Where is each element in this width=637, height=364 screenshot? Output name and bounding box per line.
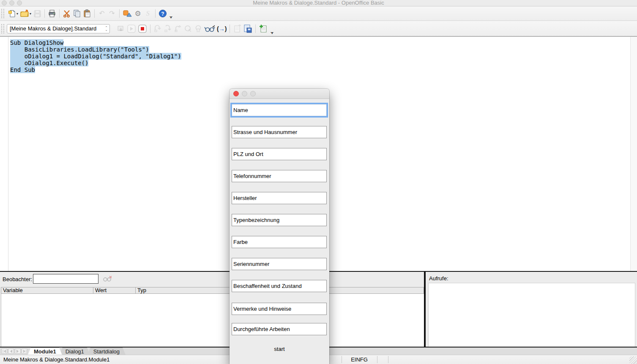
status-separator (342, 356, 342, 363)
macro-dialog-window: start (230, 89, 329, 364)
field-strasse[interactable] (232, 126, 327, 138)
library-selector[interactable]: [Meine Makros & Dialoge].Standard ⌃⌄ (7, 24, 110, 33)
toolbar-overflow-icon[interactable]: ▾ (170, 16, 172, 19)
code-line: Sub Dialog1Show (10, 39, 629, 46)
toolbar-separator (94, 9, 95, 18)
zoom-window-button[interactable] (17, 0, 22, 5)
field-farbe[interactable] (232, 236, 327, 248)
paste-icon[interactable] (82, 8, 92, 19)
undo-icon[interactable]: ↶ (97, 8, 107, 19)
call-stack-panel: Aufrufe: (426, 272, 637, 347)
print-icon[interactable] (47, 8, 57, 19)
code-line: BasicLibraries.LoadLibrary("Tools") (10, 46, 629, 53)
toolbar-separator (59, 9, 60, 18)
enable-watch-icon[interactable] (203, 23, 216, 34)
basic-ide-window: Meine Makros & Dialoge.Standard - OpenOf… (0, 0, 637, 364)
dialog-minimize-button[interactable] (242, 91, 247, 96)
first-tab-button[interactable] (1, 348, 7, 354)
field-typenbezeichnung[interactable] (232, 214, 327, 226)
toolbar-separator (150, 25, 150, 33)
field-telefonnummer[interactable] (232, 170, 327, 182)
field-hersteller[interactable] (232, 192, 327, 204)
remove-watch-icon[interactable] (102, 274, 112, 283)
titlebar: Meine Makros & Dialoge.Standard - OpenOf… (0, 0, 637, 6)
stop-icon[interactable] (137, 23, 148, 34)
next-tab-button[interactable] (15, 348, 21, 354)
field-beschaffenheit[interactable] (232, 280, 327, 292)
manage-breakpoints-icon[interactable] (193, 23, 203, 34)
open-dropdown-icon[interactable]: ▾ (30, 12, 31, 16)
save-icon[interactable] (32, 8, 42, 19)
library-selector-value: [Meine Makros & Dialoge].Standard (10, 25, 105, 32)
watch-table-header: Variable Wert Typ (1, 287, 424, 294)
find-parentheses-icon[interactable]: (→) (216, 23, 227, 34)
close-window-button[interactable] (2, 0, 7, 5)
breakpoint-icon[interactable] (183, 23, 193, 34)
field-vermerke[interactable] (232, 303, 327, 315)
watch-table-body[interactable] (1, 294, 424, 347)
tab-dialog1[interactable]: Dialog1 (60, 348, 90, 355)
window-title: Meine Makros & Dialoge.Standard - OpenOf… (0, 0, 637, 6)
code-line: End Sub (10, 66, 629, 73)
dialog-zoom-button[interactable] (250, 91, 256, 96)
new-dropdown-icon[interactable]: ▾ (16, 12, 18, 16)
column-header-wert: Wert (93, 287, 136, 293)
field-arbeiten[interactable] (232, 323, 327, 335)
step-over-icon[interactable] (153, 23, 163, 34)
step-out-icon[interactable] (173, 23, 183, 34)
tab-module1[interactable]: Module1 (28, 348, 62, 355)
toolbar-separator (155, 9, 156, 18)
run-icon[interactable] (126, 23, 137, 34)
toolbar-overflow-icon[interactable]: ▾ (271, 32, 273, 35)
toolbar-drag-handle[interactable] (1, 24, 4, 33)
compile-icon[interactable] (116, 23, 126, 34)
dialog-titlebar[interactable] (230, 89, 329, 99)
svg-text:?: ? (161, 11, 164, 17)
watch-label: Beobachter: (3, 276, 32, 282)
toolbar-drag-handle[interactable] (1, 9, 4, 18)
open-icon[interactable]: ▾ (19, 8, 32, 19)
status-location: Meine Makros & Dialoge.Standard.Module1 (3, 356, 109, 363)
watch-input[interactable] (33, 274, 98, 284)
watch-panel: Beobachter: Variable Wert Typ (0, 272, 424, 347)
settings-gear-icon[interactable]: ⚙ (133, 8, 143, 19)
help-icon[interactable]: ? (158, 8, 168, 19)
breakpoint-gutter[interactable] (0, 37, 8, 271)
calls-label: Aufrufe: (429, 275, 448, 282)
toolbar-separator (44, 9, 45, 18)
code-line: oDialog1.Execute() (10, 60, 629, 66)
toolbar-separator (119, 9, 120, 18)
tab-startdialog[interactable]: Startdialog (87, 348, 126, 355)
field-seriennummer[interactable] (232, 258, 327, 270)
new-document-icon[interactable]: ▾ (7, 8, 19, 19)
minimize-window-button[interactable] (9, 0, 14, 5)
copy-icon[interactable] (72, 8, 82, 19)
last-tab-button[interactable] (22, 348, 27, 354)
editor-vertical-scrollbar[interactable] (630, 37, 637, 271)
status-separator (388, 356, 388, 363)
insert-basic-source-icon[interactable] (258, 23, 269, 34)
toolbar-separator (255, 25, 256, 33)
dialog-close-button[interactable] (233, 91, 239, 96)
resize-grip-icon[interactable] (629, 356, 637, 364)
macro-toolbar: [Meine Makros & Dialoge].Standard ⌃⌄ (0, 21, 637, 36)
previous-tab-button[interactable] (8, 348, 14, 354)
insert-module-icon[interactable] (232, 23, 242, 34)
stepper-icon[interactable]: ⌃⌄ (105, 27, 108, 31)
status-separator (377, 356, 377, 363)
call-stack-list[interactable] (428, 283, 635, 347)
start-button[interactable]: start (230, 346, 329, 352)
select-macro-icon[interactable] (122, 8, 133, 19)
cut-icon[interactable] (62, 8, 72, 19)
code-line: oDialog1 = LoadDialog("Standard", "Dialo… (10, 53, 629, 60)
column-header-variable: Variable (1, 287, 93, 293)
toolbar-separator (230, 25, 230, 33)
save-source-icon[interactable] (242, 23, 253, 34)
field-name[interactable] (232, 104, 327, 116)
field-plz-ort[interactable] (232, 148, 327, 160)
step-into-icon[interactable] (163, 23, 173, 34)
standard-toolbar: ▾ ▾ ↶ ↷ ⚙ S (0, 7, 637, 21)
status-insert-mode[interactable]: EINFG (342, 356, 376, 363)
basic-script-icon[interactable]: S (143, 8, 153, 19)
redo-icon[interactable]: ↷ (107, 8, 117, 19)
